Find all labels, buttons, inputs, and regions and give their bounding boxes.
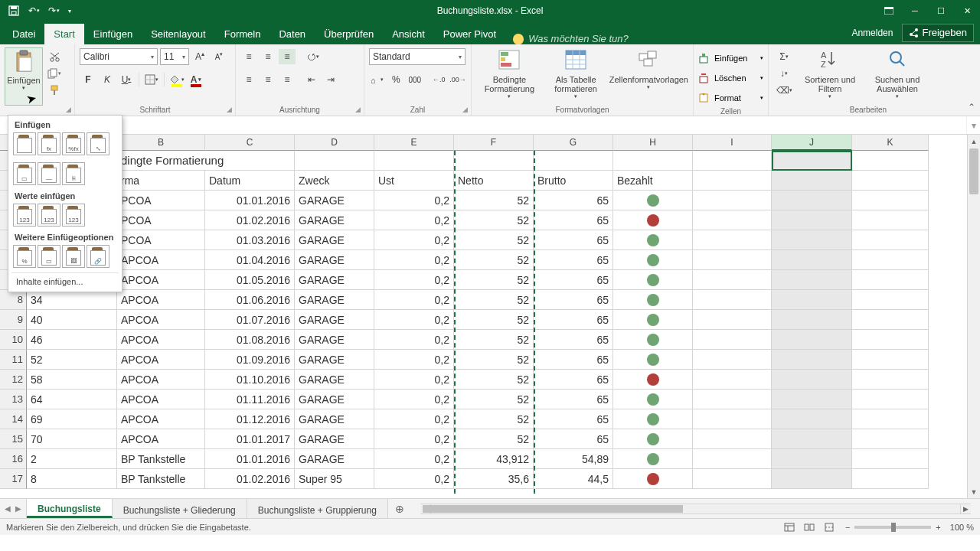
vertical-scrollbar[interactable]: ▲ ▼: [967, 135, 980, 498]
number-format-combo[interactable]: Standard▾: [369, 48, 466, 65]
cell[interactable]: [693, 270, 772, 290]
cell[interactable]: [613, 310, 693, 330]
cell[interactable]: [772, 390, 852, 409]
row-header[interactable]: 14: [0, 409, 27, 429]
cell[interactable]: [693, 210, 772, 230]
align-middle[interactable]: ≡: [260, 49, 276, 64]
number-launcher[interactable]: ◢: [460, 105, 469, 114]
paste-option-icon[interactable]: [13, 132, 36, 155]
accounting-format[interactable]: ⌂▾: [369, 72, 386, 87]
view-page-layout[interactable]: [801, 520, 818, 534]
row-header[interactable]: 13: [0, 390, 27, 409]
grow-font[interactable]: A▴: [191, 49, 208, 64]
hscroll-right[interactable]: ▶: [960, 504, 971, 514]
save-button[interactable]: [5, 2, 23, 20]
share-button[interactable]: Freigeben: [902, 24, 974, 42]
cell[interactable]: APCOA: [117, 390, 205, 409]
view-page-break[interactable]: [821, 520, 838, 534]
sheet-tab[interactable]: Buchungsliste + Gliederung: [113, 499, 247, 518]
cell-styles[interactable]: Zellenformatvorlagen▾: [609, 47, 688, 106]
cell[interactable]: 01.11.2016: [205, 390, 295, 409]
cell[interactable]: [772, 270, 852, 290]
cell[interactable]: 0,2: [374, 409, 454, 429]
ribbon-tab-einfügen[interactable]: Einfügen: [84, 24, 142, 44]
paste-option-icon[interactable]: 🔗: [87, 245, 109, 268]
find-select[interactable]: Suchen und Auswählen▾: [865, 47, 929, 106]
cell[interactable]: [613, 330, 693, 350]
cell[interactable]: 43,912: [454, 449, 534, 469]
cell[interactable]: 65: [534, 350, 613, 370]
cell[interactable]: 0,2: [374, 330, 454, 350]
cell[interactable]: GARAGE: [295, 210, 374, 230]
cell[interactable]: [613, 230, 693, 250]
cell[interactable]: GARAGE: [295, 290, 374, 310]
cell[interactable]: 0,2: [374, 250, 454, 270]
minimize-button[interactable]: ─: [902, 0, 928, 21]
cell[interactable]: APCOA: [117, 370, 205, 390]
orientation[interactable]: ⭯▾: [305, 49, 322, 64]
cell[interactable]: 0,2: [374, 370, 454, 390]
paste-option-icon[interactable]: 123: [13, 204, 36, 227]
tab-next[interactable]: ▶: [15, 504, 21, 513]
increase-indent[interactable]: ⇥: [322, 72, 339, 87]
paste-option-icon[interactable]: ⤡: [87, 132, 109, 155]
cell[interactable]: 52: [454, 330, 534, 350]
cell[interactable]: 65: [534, 429, 613, 449]
cell[interactable]: [613, 290, 693, 310]
cell[interactable]: 46: [27, 330, 117, 350]
cell[interactable]: [693, 151, 772, 171]
cell[interactable]: GARAGE: [295, 429, 374, 449]
cell[interactable]: 65: [534, 330, 613, 350]
align-top[interactable]: ≡: [240, 49, 257, 64]
cell[interactable]: [772, 469, 852, 489]
cell[interactable]: 52: [454, 310, 534, 330]
paste-option-icon[interactable]: 123: [62, 204, 85, 227]
cell[interactable]: [772, 429, 852, 449]
cell[interactable]: [693, 250, 772, 270]
cell[interactable]: [852, 449, 929, 469]
cell[interactable]: [613, 390, 693, 409]
cell[interactable]: [852, 350, 929, 370]
cell[interactable]: 01.02.2016: [205, 210, 295, 230]
formula-input[interactable]: [98, 116, 966, 134]
cell[interactable]: 65: [534, 390, 613, 409]
paste-option-icon[interactable]: fx: [38, 132, 60, 155]
qat-customize[interactable]: ▾: [64, 2, 75, 20]
maximize-button[interactable]: ☐: [928, 0, 954, 21]
column-header-I[interactable]: I: [693, 135, 772, 151]
row-header[interactable]: 15: [0, 429, 27, 449]
cell[interactable]: 0,2: [374, 429, 454, 449]
align-center[interactable]: ≡: [260, 72, 276, 87]
cell[interactable]: [852, 230, 929, 250]
column-header-B[interactable]: B: [117, 135, 205, 151]
cell[interactable]: 65: [534, 230, 613, 250]
cell[interactable]: [772, 409, 852, 429]
clipboard-launcher[interactable]: ◢: [64, 105, 73, 114]
cell[interactable]: [772, 310, 852, 330]
cell[interactable]: BP Tankstelle: [117, 449, 205, 469]
cut-button[interactable]: [46, 49, 63, 64]
cell[interactable]: GARAGE: [295, 409, 374, 429]
cell[interactable]: 01.12.2016: [205, 409, 295, 429]
percent-format[interactable]: %: [388, 72, 405, 87]
cell[interactable]: [613, 370, 693, 390]
comma-format[interactable]: 000: [407, 72, 423, 87]
paste-option-icon[interactable]: %fx: [62, 132, 85, 155]
cell[interactable]: [852, 409, 929, 429]
cell[interactable]: [772, 290, 852, 310]
sheet-tab[interactable]: Buchungsliste: [27, 499, 113, 518]
tab-prev[interactable]: ◀: [5, 504, 11, 513]
cell[interactable]: [772, 330, 852, 350]
cell[interactable]: [613, 429, 693, 449]
cell[interactable]: 01.06.2016: [205, 290, 295, 310]
cell[interactable]: rma: [117, 171, 205, 191]
cell[interactable]: [852, 270, 929, 290]
cell[interactable]: 01.07.2016: [205, 310, 295, 330]
paste-option-icon[interactable]: 🖼: [62, 245, 85, 268]
cell[interactable]: APCOA: [117, 409, 205, 429]
cell[interactable]: [852, 429, 929, 449]
paste-option-icon[interactable]: ▭: [13, 162, 36, 185]
cell[interactable]: 34: [27, 290, 117, 310]
paste-special-item[interactable]: Inhalte einfügen...: [11, 272, 119, 290]
cell[interactable]: 01.05.2016: [205, 270, 295, 290]
